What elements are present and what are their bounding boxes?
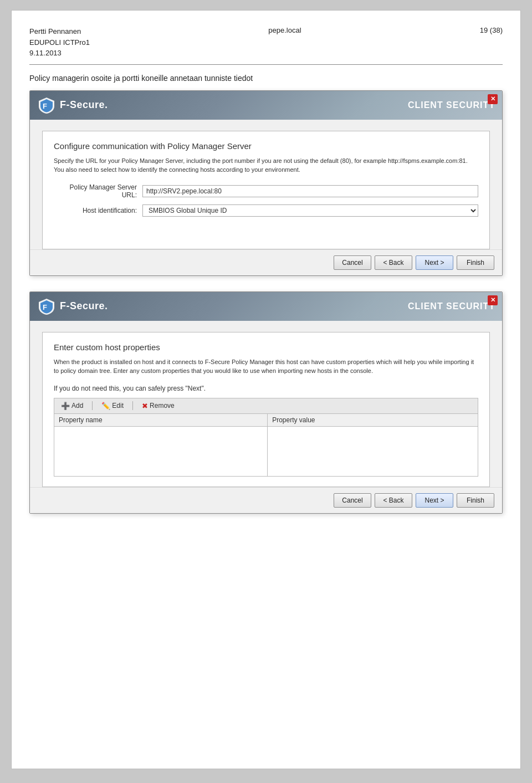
fsecure-shield-icon-2: F bbox=[37, 298, 57, 315]
edit-button[interactable]: ✏️ Edit bbox=[99, 401, 126, 411]
dialog1-logo: F F-Secure. bbox=[37, 96, 108, 114]
remove-button[interactable]: ✖ Remove bbox=[140, 401, 177, 411]
col-property-name: Property name bbox=[54, 413, 268, 426]
property-value-cell bbox=[268, 426, 478, 476]
fsecure-shield-icon: F bbox=[37, 96, 57, 114]
dialog2-titlebar: F F-Secure. CLIENT SECURITY ✕ bbox=[30, 292, 502, 321]
dialog1-description: Specify the URL for your Policy Manager … bbox=[54, 156, 478, 175]
dialog2-title: CLIENT SECURITY bbox=[408, 301, 495, 311]
edit-label: Edit bbox=[112, 402, 124, 410]
header-left: Pertti Pennanen EDUPOLI ICTPro1 9.11.201… bbox=[29, 26, 90, 59]
toolbar-sep2 bbox=[132, 401, 133, 410]
dialog1-close-button[interactable]: ✕ bbox=[488, 94, 498, 104]
remove-label: Remove bbox=[150, 402, 175, 410]
properties-table: Property name Property value bbox=[54, 413, 478, 477]
date: 9.11.2013 bbox=[29, 48, 90, 59]
svg-text:F: F bbox=[43, 303, 47, 311]
dialog1-content: Configure communication with Policy Mana… bbox=[42, 131, 490, 249]
section-title: Policy managerin osoite ja portti koneil… bbox=[29, 74, 503, 83]
remove-icon: ✖ bbox=[142, 402, 148, 410]
dialog-custom-host: F F-Secure. CLIENT SECURITY ✕ Enter cust… bbox=[29, 291, 503, 514]
dialog2-footer: Cancel < Back Next > Finish bbox=[30, 487, 502, 513]
dialog2-next-button[interactable]: Next > bbox=[416, 493, 453, 508]
server-url-input[interactable] bbox=[142, 185, 478, 197]
dialog2-finish-button[interactable]: Finish bbox=[457, 493, 494, 508]
add-label: Add bbox=[71, 402, 83, 410]
author: Pertti Pennanen bbox=[29, 26, 90, 37]
dialog2-close-button[interactable]: ✕ bbox=[488, 295, 498, 305]
dialog2-hint: If you do not need this, you can safely … bbox=[54, 385, 478, 392]
dialog1-titlebar: F F-Secure. CLIENT SECURITY ✕ bbox=[30, 91, 502, 120]
property-name-cell bbox=[54, 426, 268, 476]
dialog1-title: CLIENT SECURITY bbox=[408, 100, 495, 110]
dialog2-description: When the product is installed on host an… bbox=[54, 357, 478, 376]
dialog1-subtitle: Configure communication with Policy Mana… bbox=[54, 141, 478, 151]
dialog2-content: Enter custom host properties When the pr… bbox=[42, 332, 490, 487]
add-button[interactable]: ➕ Add bbox=[59, 401, 85, 411]
page: Pertti Pennanen EDUPOLI ICTPro1 9.11.201… bbox=[11, 10, 521, 769]
dialog1-logo-text: F-Secure. bbox=[60, 99, 108, 111]
header-divider bbox=[29, 64, 503, 65]
edit-icon: ✏️ bbox=[101, 402, 110, 410]
dialog1-cancel-button[interactable]: Cancel bbox=[334, 255, 371, 270]
header: Pertti Pennanen EDUPOLI ICTPro1 9.11.201… bbox=[29, 26, 503, 59]
col-property-value: Property value bbox=[268, 413, 478, 426]
organization: EDUPOLI ICTPro1 bbox=[29, 37, 90, 48]
dialog2-back-button[interactable]: < Back bbox=[375, 493, 412, 508]
toolbar-sep1 bbox=[92, 401, 93, 410]
dialog1-back-button[interactable]: < Back bbox=[375, 255, 412, 270]
dialog2-logo: F F-Secure. bbox=[37, 298, 108, 315]
dialog2-subtitle: Enter custom host properties bbox=[54, 342, 478, 352]
server-url-row: Policy Manager Server URL: bbox=[54, 183, 478, 199]
dialog2-cancel-button[interactable]: Cancel bbox=[334, 493, 371, 508]
dialog2-logo-text: F-Secure. bbox=[60, 300, 108, 312]
table-row bbox=[54, 426, 478, 476]
dialog1-body: Configure communication with Policy Mana… bbox=[30, 120, 502, 249]
header-page: 19 (38) bbox=[480, 26, 503, 34]
dialog2-toolbar: ➕ Add ✏️ Edit ✖ Remove bbox=[54, 398, 478, 413]
dialog1-finish-button[interactable]: Finish bbox=[457, 255, 494, 270]
dialog2-body: Enter custom host properties When the pr… bbox=[30, 321, 502, 487]
dialog1-footer: Cancel < Back Next > Finish bbox=[30, 249, 502, 275]
dialog-policy-manager: F F-Secure. CLIENT SECURITY ✕ Configure … bbox=[29, 90, 503, 276]
server-url-label: Policy Manager Server URL: bbox=[54, 183, 142, 199]
svg-text:F: F bbox=[43, 102, 47, 110]
host-id-row: Host identification: SMBIOS Global Uniqu… bbox=[54, 204, 478, 217]
host-id-label: Host identification: bbox=[54, 207, 142, 214]
add-icon: ➕ bbox=[61, 402, 70, 410]
table-header-row: Property name Property value bbox=[54, 413, 478, 426]
dialog1-spacer bbox=[54, 222, 478, 239]
host-id-select[interactable]: SMBIOS Global Unique ID IP Address DNS n… bbox=[142, 204, 478, 217]
header-domain: pepe.local bbox=[268, 26, 301, 34]
dialog1-next-button[interactable]: Next > bbox=[416, 255, 453, 270]
